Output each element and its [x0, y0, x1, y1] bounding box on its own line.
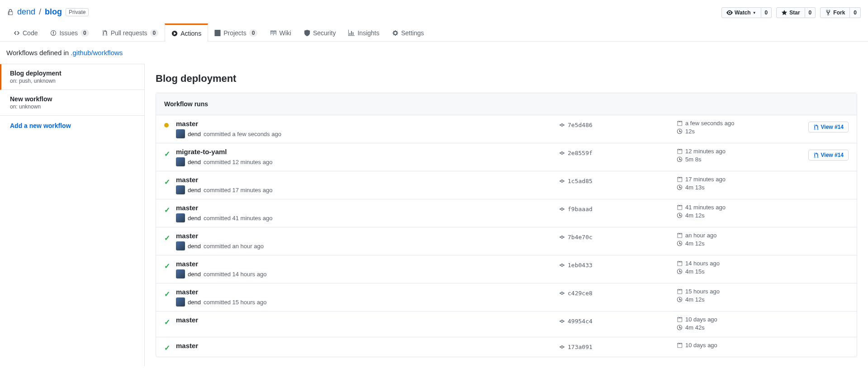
tab-pull-requests[interactable]: Pull requests0 [95, 24, 165, 41]
branch-name[interactable]: master [176, 260, 559, 268]
commit-icon [559, 290, 565, 296]
workflow-run-row[interactable]: ✓ migrate-to-yaml dendcommitted 12 minut… [156, 143, 857, 171]
avatar [176, 297, 185, 307]
commit-author[interactable]: dend [188, 131, 201, 137]
branch-name[interactable]: master [176, 342, 559, 349]
workflow-run-row[interactable]: ✓ master dendcommitted 17 minutes ago 1c… [156, 171, 857, 199]
sidebar-workflow-item[interactable]: New workflowon: unknown [0, 90, 144, 116]
run-duration: 4m 12s [685, 240, 705, 247]
commit-hash[interactable]: 7e5d486 [568, 122, 593, 128]
workflow-runs-header: Workflow runs [156, 93, 857, 115]
view-run-button[interactable]: View #14 [808, 122, 849, 132]
code-icon [14, 30, 20, 36]
avatar [176, 269, 185, 278]
branch-name[interactable]: master [176, 120, 559, 127]
workflow-name: Blog deployment [10, 70, 137, 77]
workflow-meta: on: unknown [10, 104, 137, 110]
shield-icon [304, 30, 310, 36]
repo-owner-link[interactable]: dend [17, 7, 35, 17]
workflow-run-row[interactable]: ✓ master dendcommitted 15 hours ago c429… [156, 283, 857, 311]
branch-name[interactable]: master [176, 176, 559, 184]
fork-button[interactable]: Fork [820, 7, 850, 18]
commit-meta: dendcommitted 12 minutes ago [176, 157, 559, 166]
sidebar-workflow-item[interactable]: Blog deploymenton: push, unknown [0, 64, 144, 90]
workflows-sidebar: Blog deploymenton: push, unknownNew work… [0, 64, 145, 366]
gear-icon [392, 30, 398, 36]
clock-icon [677, 241, 683, 246]
workflows-path-link[interactable]: .github/workflows [71, 49, 123, 57]
workflow-run-row[interactable]: ✓ master dendcommitted 41 minutes ago f9… [156, 199, 857, 227]
branch-name[interactable]: migrate-to-yaml [176, 148, 559, 156]
branch-name[interactable]: master [176, 288, 559, 296]
commit-icon [559, 150, 565, 156]
run-duration: 4m 12s [685, 212, 705, 219]
issue-icon [50, 30, 57, 36]
run-calendar: 12 minutes ago [685, 148, 726, 155]
commit-author[interactable]: dend [188, 271, 201, 278]
clock-icon [677, 156, 683, 162]
branch-name[interactable]: master [176, 232, 559, 240]
tab-insights[interactable]: Insights [342, 24, 385, 41]
run-duration: 4m 13s [685, 184, 705, 191]
tab-settings[interactable]: Settings [386, 24, 431, 41]
branch-name[interactable]: master [176, 316, 559, 324]
calendar-icon [677, 148, 683, 154]
run-duration: 12s [685, 128, 695, 135]
tab-projects[interactable]: Projects0 [208, 24, 264, 41]
commit-hash[interactable]: f9baaad [568, 206, 593, 212]
tab-issues[interactable]: Issues0 [44, 24, 95, 41]
view-run-button[interactable]: View #14 [808, 150, 849, 160]
tab-security[interactable]: Security [298, 24, 342, 41]
commit-hash[interactable]: 49954c4 [568, 318, 593, 325]
watch-button[interactable]: Watch ▼ [721, 7, 761, 18]
tab-actions[interactable]: Actions [165, 24, 208, 42]
star-count[interactable]: 0 [805, 7, 816, 18]
workflow-run-row[interactable]: ✓ master dendcommitted an hour ago 7b4e7… [156, 227, 857, 255]
commit-icon [559, 206, 565, 212]
commit-icon [559, 178, 565, 184]
workflow-run-row[interactable]: master dendcommitted a few seconds ago 7… [156, 115, 857, 143]
commit-meta: dendcommitted 17 minutes ago [176, 185, 559, 194]
run-calendar: a few seconds ago [685, 120, 734, 127]
commit-hash[interactable]: 173a091 [568, 344, 593, 350]
commit-author[interactable]: dend [188, 243, 201, 250]
pending-status-icon [164, 123, 169, 127]
commit-icon [559, 234, 565, 240]
tab-code[interactable]: Code [7, 24, 44, 41]
clock-icon [677, 269, 683, 274]
add-workflow-link[interactable]: Add a new workflow [0, 116, 144, 136]
workflow-run-row[interactable]: ✓ master dendcommitted 14 hours ago 1eb0… [156, 255, 857, 283]
commit-author[interactable]: dend [188, 215, 201, 222]
branch-name[interactable]: master [176, 204, 559, 212]
clock-icon [677, 184, 683, 190]
commit-time: committed 15 hours ago [204, 299, 266, 306]
commit-author[interactable]: dend [188, 299, 201, 306]
commit-hash[interactable]: 1eb0433 [568, 262, 593, 269]
commit-hash[interactable]: 2e8559f [568, 150, 593, 156]
fork-icon [825, 9, 831, 16]
workflow-run-row[interactable]: ✓ master 173a091 10 days ago [156, 337, 857, 357]
commit-time: committed a few seconds ago [204, 131, 281, 137]
commit-meta: dendcommitted 15 hours ago [176, 297, 559, 307]
commit-hash[interactable]: 1c5ad85 [568, 178, 593, 184]
commit-icon [559, 262, 565, 268]
workflow-run-row[interactable]: ✓ master 49954c4 10 days ago 4m 42s [156, 311, 857, 337]
calendar-icon [677, 120, 683, 126]
commit-time: committed 14 hours ago [204, 271, 266, 278]
star-button[interactable]: Star [776, 7, 805, 18]
tab-wiki[interactable]: Wiki [264, 24, 297, 41]
eye-icon [726, 9, 733, 16]
repo-name-link[interactable]: blog [45, 7, 62, 17]
commit-hash[interactable]: 7b4e70c [568, 234, 593, 241]
fork-count[interactable]: 0 [850, 7, 861, 18]
commit-author[interactable]: dend [188, 159, 201, 165]
run-calendar: 10 days ago [685, 316, 717, 323]
workflows-path: Workflows defined in .github/workflows [0, 42, 868, 64]
commit-hash[interactable]: c429ce8 [568, 290, 593, 297]
watch-count[interactable]: 0 [761, 7, 772, 18]
commit-time: committed an hour ago [204, 243, 264, 250]
pr-icon [813, 124, 819, 130]
run-calendar: 17 minutes ago [685, 176, 726, 183]
commit-author[interactable]: dend [188, 187, 201, 193]
repo-title: dend / blog Private [7, 7, 89, 17]
